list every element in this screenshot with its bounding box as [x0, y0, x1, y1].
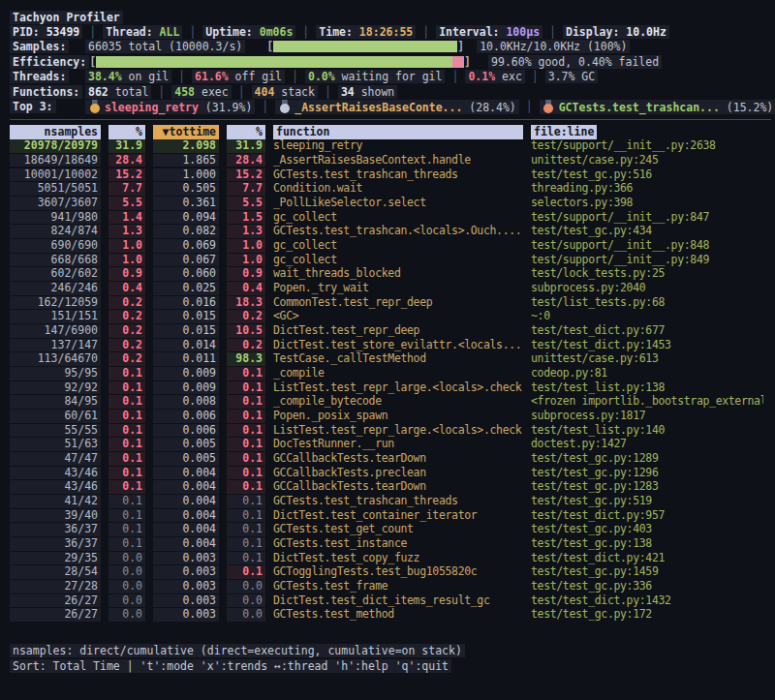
row-10-p1[interactable]: 0.9 — [108, 267, 145, 281]
row-32-tt[interactable]: 0.003 — [153, 580, 219, 593]
row-18-fl[interactable]: test/test_list.py:138 — [531, 381, 763, 395]
row-7-p1[interactable]: 1.3 — [108, 225, 145, 238]
row-5-fl[interactable]: selectors.py:398 — [531, 197, 763, 210]
row-17-fn[interactable]: _compile — [273, 367, 523, 380]
row-22-tt[interactable]: 0.005 — [153, 438, 219, 451]
row-13-ns[interactable]: 151/151 — [10, 310, 101, 323]
row-15-fl[interactable]: test/test_dict.py:1453 — [531, 339, 763, 352]
row-32-fn[interactable]: GCTests.test_frame — [273, 580, 523, 593]
row-14-fl[interactable]: test/test_dict.py:677 — [531, 324, 763, 338]
row-12-tt[interactable]: 0.016 — [153, 296, 219, 310]
row-32-p1[interactable]: 0.0 — [108, 580, 145, 593]
row-8-fl[interactable]: test/support/__init__.py:848 — [531, 239, 763, 253]
row-13-tt[interactable]: 0.015 — [153, 310, 219, 323]
row-32-ns[interactable]: 27/28 — [10, 580, 101, 593]
row-5-p1[interactable]: 5.5 — [108, 197, 145, 210]
row-14-ns[interactable]: 147/6900 — [10, 324, 101, 338]
row-2-ns[interactable]: 18649/18649 — [10, 154, 101, 167]
row-11-fl[interactable]: subprocess.py:2040 — [531, 282, 763, 295]
row-5-fn[interactable]: _PollLikeSelector.select — [273, 197, 523, 210]
row-3-fn[interactable]: GCTests.test_trashcan_threads — [273, 168, 523, 182]
row-8-ns[interactable]: 690/690 — [10, 239, 101, 253]
row-22-p2[interactable]: 0.1 — [227, 438, 265, 451]
row-21-fn[interactable]: ListTest.test_repr_large.<locals>.check — [273, 424, 523, 438]
row-17-p1[interactable]: 0.1 — [108, 367, 145, 380]
row-17-fl[interactable]: codeop.py:81 — [531, 367, 763, 380]
row-9-ns[interactable]: 668/668 — [10, 254, 101, 267]
row-27-ns[interactable]: 39/40 — [10, 509, 101, 523]
row-28-fl[interactable]: test/test_gc.py:403 — [531, 523, 763, 536]
row-25-fn[interactable]: GCCallbackTests.tearDown — [273, 480, 523, 494]
row-4-fl[interactable]: threading.py:366 — [531, 182, 763, 196]
row-30-p1[interactable]: 0.0 — [108, 552, 145, 565]
row-19-tt[interactable]: 0.008 — [153, 395, 219, 409]
row-17-tt[interactable]: 0.009 — [153, 367, 219, 380]
row-1-tt[interactable]: 2.098 — [153, 139, 219, 153]
row-29-ns[interactable]: 36/37 — [10, 537, 101, 551]
row-34-fn[interactable]: GCTests.test_method — [273, 608, 523, 622]
row-25-p2[interactable]: 0.1 — [227, 480, 265, 494]
row-9-tt[interactable]: 0.067 — [153, 254, 219, 267]
row-34-tt[interactable]: 0.003 — [153, 608, 219, 622]
row-1-fn[interactable]: sleeping_retry — [273, 139, 523, 153]
row-19-fl[interactable]: <frozen importlib._bootstrap_external — [531, 395, 763, 409]
row-29-fn[interactable]: GCTests.test_instance — [273, 537, 523, 551]
row-9-p1[interactable]: 1.0 — [108, 254, 145, 267]
row-18-fn[interactable]: ListTest.test_repr_large.<locals>.check — [273, 381, 523, 395]
row-17-p2[interactable]: 0.1 — [227, 367, 265, 380]
row-18-p2[interactable]: 0.1 — [227, 381, 265, 395]
row-22-ns[interactable]: 51/63 — [10, 438, 101, 451]
row-23-fn[interactable]: GCCallbackTests.tearDown — [273, 452, 523, 466]
row-8-tt[interactable]: 0.069 — [153, 239, 219, 253]
row-12-p1[interactable]: 0.2 — [108, 296, 145, 310]
row-27-p2[interactable]: 0.1 — [227, 509, 265, 523]
row-1-fl[interactable]: test/support/__init__.py:2638 — [531, 139, 763, 153]
column-header-nsamples[interactable]: nsamples — [10, 125, 101, 139]
row-7-p2[interactable]: 1.3 — [227, 225, 265, 238]
row-6-tt[interactable]: 0.094 — [153, 211, 219, 225]
row-31-p2[interactable]: 0.1 — [227, 565, 265, 579]
row-14-p2[interactable]: 10.5 — [227, 324, 265, 338]
row-12-ns[interactable]: 162/12059 — [10, 296, 101, 310]
row-13-p2[interactable]: 0.2 — [227, 310, 265, 323]
row-19-ns[interactable]: 84/95 — [10, 395, 101, 409]
column-header-pct1[interactable]: % — [108, 125, 145, 139]
row-4-p2[interactable]: 7.7 — [227, 182, 265, 196]
row-26-p2[interactable]: 0.1 — [227, 495, 265, 508]
row-25-fl[interactable]: test/test_gc.py:1283 — [531, 480, 763, 494]
row-33-p2[interactable]: 0.0 — [227, 594, 265, 608]
row-28-ns[interactable]: 36/37 — [10, 523, 101, 536]
row-3-fl[interactable]: test/test_gc.py:516 — [531, 168, 763, 182]
row-20-p2[interactable]: 0.1 — [227, 410, 265, 423]
row-23-fl[interactable]: test/test_gc.py:1289 — [531, 452, 763, 466]
row-24-p1[interactable]: 0.1 — [108, 467, 145, 480]
row-20-p1[interactable]: 0.1 — [108, 410, 145, 423]
row-3-tt[interactable]: 1.000 — [153, 168, 219, 182]
row-16-tt[interactable]: 0.011 — [153, 352, 219, 366]
row-33-fn[interactable]: DictTest.test_dict_items_result_gc — [273, 594, 523, 608]
row-25-tt[interactable]: 0.004 — [153, 480, 219, 494]
row-34-fl[interactable]: test/test_gc.py:172 — [531, 608, 763, 622]
row-15-fn[interactable]: DictTest.test_store_evilattr.<locals... — [273, 339, 523, 352]
row-6-ns[interactable]: 941/980 — [10, 211, 101, 225]
row-9-fn[interactable]: gc_collect — [273, 254, 523, 267]
row-30-ns[interactable]: 29/35 — [10, 552, 101, 565]
row-22-p1[interactable]: 0.1 — [108, 438, 145, 451]
row-10-fn[interactable]: wait_threads_blocked — [273, 267, 523, 281]
row-27-fl[interactable]: test/test_dict.py:957 — [531, 509, 763, 523]
row-6-fl[interactable]: test/support/__init__.py:847 — [531, 211, 763, 225]
row-24-ns[interactable]: 43/46 — [10, 467, 101, 480]
row-12-fn[interactable]: CommonTest.test_repr_deep — [273, 296, 523, 310]
column-header-file-line[interactable]: file:line — [531, 125, 763, 139]
row-11-tt[interactable]: 0.025 — [153, 282, 219, 295]
row-21-fl[interactable]: test/test_list.py:140 — [531, 424, 763, 438]
row-29-p1[interactable]: 0.1 — [108, 537, 145, 551]
row-26-fn[interactable]: GCTests.test_trashcan_threads — [273, 495, 523, 508]
row-33-ns[interactable]: 26/27 — [10, 594, 101, 608]
row-32-p2[interactable]: 0.0 — [227, 580, 265, 593]
row-14-fn[interactable]: DictTest.test_repr_deep — [273, 324, 523, 338]
row-26-tt[interactable]: 0.004 — [153, 495, 219, 508]
row-31-ns[interactable]: 28/54 — [10, 565, 101, 579]
row-20-fl[interactable]: subprocess.py:1817 — [531, 410, 763, 423]
row-34-ns[interactable]: 26/27 — [10, 608, 101, 622]
